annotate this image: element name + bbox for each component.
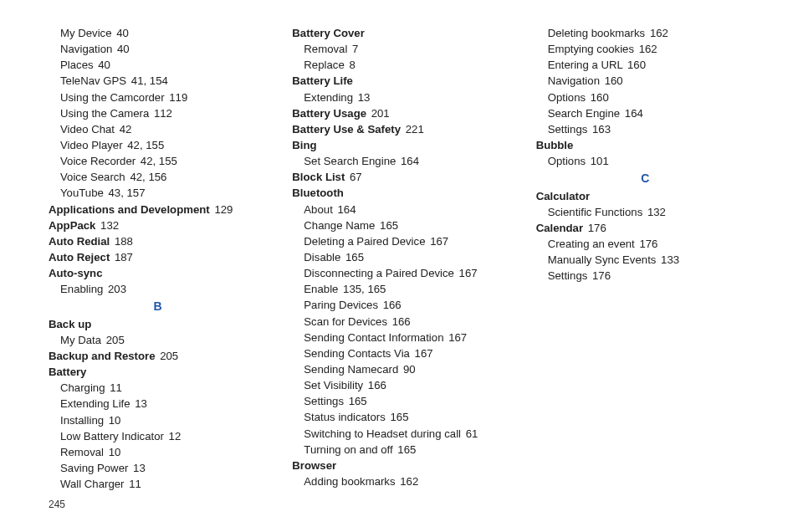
entry-text: Bing bbox=[292, 139, 316, 151]
index-subentry: Replace 8 bbox=[292, 57, 510, 73]
entry-text: Battery bbox=[49, 366, 86, 378]
entry-pages: 135, 165 bbox=[343, 283, 386, 295]
index-subentry: Removal 10 bbox=[49, 444, 267, 460]
index-subentry: Video Player 42, 155 bbox=[49, 137, 267, 153]
entry-text: Settings bbox=[548, 123, 588, 136]
entry-pages: 167 bbox=[430, 235, 448, 248]
index-subentry: YouTube 43, 157 bbox=[49, 185, 267, 201]
entry-text: Using the Camera bbox=[60, 107, 149, 120]
entry-text: Turning on and off bbox=[304, 443, 392, 456]
entry-pages: 132 bbox=[100, 219, 119, 232]
index-subentry: Sending Contact Information 167 bbox=[292, 330, 510, 345]
entry-pages: 166 bbox=[383, 299, 402, 311]
entry-text: Change Name bbox=[304, 219, 375, 232]
entry-text: Back up bbox=[49, 318, 91, 330]
entry-text: Scientific Functions bbox=[548, 206, 643, 218]
page-number: 245 bbox=[49, 498, 65, 512]
entry-pages: 166 bbox=[368, 379, 386, 391]
entry-text: Auto-sync bbox=[49, 267, 102, 279]
index-heading: Bluetooth bbox=[292, 185, 510, 201]
entry-text: Extending Life bbox=[60, 397, 130, 410]
entry-pages: 162 bbox=[639, 43, 657, 55]
entry-text: Removal bbox=[60, 446, 104, 458]
entry-text: Paring Devices bbox=[304, 299, 378, 311]
entry-text: Wall Charger bbox=[60, 478, 124, 490]
index-subentry: Navigation 40 bbox=[49, 41, 267, 57]
index-subentry: Sending Contacts Via 167 bbox=[292, 345, 510, 361]
entry-pages: 12 bbox=[169, 430, 182, 442]
entry-pages: 13 bbox=[133, 462, 146, 474]
section-letter-text: C bbox=[641, 171, 649, 185]
index-subentry: Voice Search 42, 156 bbox=[49, 169, 267, 185]
index-subentry: Places 40 bbox=[49, 57, 267, 73]
entry-text: TeleNav GPS bbox=[60, 74, 126, 87]
entry-text: Options bbox=[548, 155, 586, 167]
entry-text: Disconnecting a Paired Device bbox=[304, 267, 454, 279]
index-heading: Battery Life bbox=[292, 73, 510, 89]
index-subentry: Enable 135, 165 bbox=[292, 281, 510, 297]
entry-text: My Data bbox=[60, 334, 101, 346]
entry-text: Sending Contact Information bbox=[304, 331, 443, 344]
entry-text: Enable bbox=[304, 283, 338, 295]
entry-text: Low Battery Indicator bbox=[60, 430, 164, 442]
entry-text: Switching to Headset during call bbox=[304, 427, 461, 440]
entry-text: Extending bbox=[304, 91, 353, 104]
index-heading: Applications and Development 129 bbox=[49, 202, 267, 217]
entry-pages: 90 bbox=[403, 363, 416, 376]
entry-pages: 43, 157 bbox=[109, 187, 146, 199]
index-heading: Battery bbox=[49, 364, 267, 380]
entry-pages: 61 bbox=[466, 427, 478, 440]
index-subentry: Installing 10 bbox=[49, 412, 267, 428]
entry-text: Voice Search bbox=[60, 171, 125, 183]
entry-pages: 167 bbox=[459, 267, 478, 279]
entry-pages: 11 bbox=[110, 381, 122, 394]
index-subentry: Low Battery Indicator 12 bbox=[49, 428, 267, 444]
entry-text: Adding bookmarks bbox=[304, 475, 395, 488]
entry-text: Manually Sync Events bbox=[548, 253, 657, 266]
entry-text: Saving Power bbox=[60, 462, 128, 474]
entry-text: Deleting a Paired Device bbox=[304, 235, 425, 248]
entry-text: Battery Usage bbox=[292, 107, 366, 120]
index-heading: Backup and Restore 205 bbox=[49, 348, 267, 364]
entry-pages: 132 bbox=[647, 206, 666, 218]
entry-text: AppPack bbox=[49, 219, 95, 232]
index-subentry: Options 160 bbox=[536, 90, 755, 105]
index-subentry: Using the Camcorder 119 bbox=[49, 90, 267, 105]
index-subentry: Status indicators 165 bbox=[292, 409, 510, 425]
entry-pages: 164 bbox=[401, 155, 419, 167]
index-subentry: Set Visibility 166 bbox=[292, 377, 510, 393]
entry-text: Emptying cookies bbox=[548, 43, 634, 55]
entry-pages: 165 bbox=[380, 219, 398, 232]
entry-pages: 167 bbox=[415, 347, 433, 360]
entry-pages: 13 bbox=[358, 91, 371, 104]
entry-pages: 41, 154 bbox=[131, 74, 168, 87]
entry-pages: 167 bbox=[448, 331, 467, 344]
entry-pages: 164 bbox=[337, 203, 356, 216]
entry-text: YouTube bbox=[60, 187, 104, 199]
entry-pages: 40 bbox=[98, 59, 110, 71]
entry-pages: 203 bbox=[108, 283, 126, 295]
index-subentry: Enabling 203 bbox=[49, 281, 267, 297]
index-subentry: Change Name 165 bbox=[292, 217, 510, 233]
entry-text: Battery Life bbox=[292, 74, 353, 87]
entry-pages: 119 bbox=[169, 91, 187, 104]
entry-text: Places bbox=[60, 59, 94, 71]
index-subentry: My Device 40 bbox=[49, 25, 267, 41]
index-heading: Block List 67 bbox=[292, 169, 510, 185]
index-heading: Auto-sync bbox=[49, 265, 267, 281]
entry-pages: 176 bbox=[588, 222, 606, 234]
index-columns: My Device 40Navigation 40Places 40TeleNa… bbox=[49, 25, 755, 494]
entry-pages: 42, 156 bbox=[130, 171, 166, 183]
entry-pages: 13 bbox=[135, 397, 147, 410]
index-heading: Browser bbox=[292, 458, 510, 473]
entry-pages: 67 bbox=[350, 171, 362, 183]
entry-text: Installing bbox=[60, 414, 104, 427]
entry-text: Charging bbox=[60, 381, 105, 394]
entry-pages: 42, 155 bbox=[127, 139, 164, 151]
entry-text: Block List bbox=[292, 171, 345, 183]
entry-pages: 10 bbox=[109, 414, 121, 427]
index-heading: Bing bbox=[292, 137, 510, 153]
index-subentry: Using the Camera 112 bbox=[49, 105, 267, 121]
entry-text: Calculator bbox=[536, 190, 591, 202]
entry-text: Video Player bbox=[60, 139, 123, 151]
